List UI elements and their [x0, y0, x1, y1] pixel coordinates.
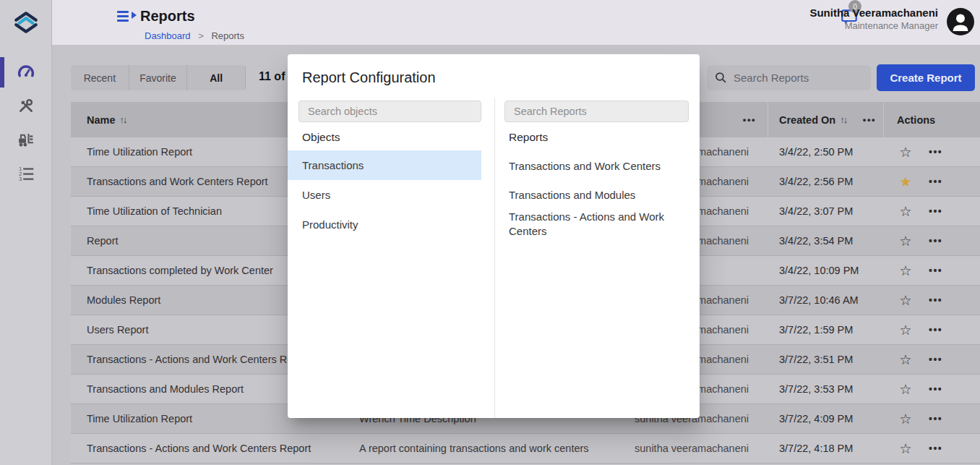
- reports-list: Transactions and Work Centers Transactio…: [509, 152, 682, 239]
- report-name[interactable]: Transactions - Actions and Work Centers …: [71, 443, 347, 454]
- row-actions: ☆ •••: [884, 234, 980, 248]
- favorite-star-icon[interactable]: ★: [897, 175, 914, 189]
- create-report-button[interactable]: Create Report: [877, 64, 975, 91]
- favorite-star-icon[interactable]: ☆: [897, 205, 914, 218]
- report-created-on: 3/7/22, 1:59 PM: [768, 324, 884, 336]
- row-menu-icon[interactable]: •••: [929, 205, 942, 217]
- report-created-by: sunitha veeramachaneni: [623, 443, 768, 454]
- sidebar-item-tools[interactable]: [0, 90, 52, 121]
- filter-tab[interactable]: All: [187, 65, 246, 90]
- filter-tab[interactable]: Recent: [71, 65, 129, 90]
- favorite-star-icon[interactable]: ☆: [897, 234, 914, 248]
- app-root: 1 2 3 Reports Dashboard > Reports 0: [0, 0, 980, 465]
- favorite-star-icon[interactable]: ☆: [897, 145, 914, 159]
- row-actions: ☆ •••: [884, 205, 980, 218]
- report-description: A report containing transactions and wor…: [347, 443, 623, 454]
- svg-text:2: 2: [19, 171, 22, 176]
- report-created-on: 3/4/22, 2:50 PM: [768, 146, 884, 158]
- row-actions: ★ •••: [884, 175, 980, 189]
- sort-icon[interactable]: ↑↓: [120, 114, 126, 125]
- report-list-item[interactable]: Transactions and Work Centers: [509, 152, 682, 181]
- breadcrumb: Dashboard > Reports: [145, 30, 244, 41]
- row-menu-icon[interactable]: •••: [929, 265, 942, 276]
- row-menu-icon[interactable]: •••: [929, 146, 942, 158]
- tools-icon: [17, 96, 35, 115]
- sidebar: 1 2 3: [0, 0, 52, 465]
- report-configuration-dialog: Report Configuration Objects Reports Tra…: [288, 54, 700, 418]
- row-menu-icon[interactable]: •••: [929, 324, 942, 336]
- row-actions: ☆ •••: [884, 264, 980, 278]
- svg-text:3: 3: [19, 176, 22, 182]
- sidebar-item-equipment[interactable]: [0, 124, 52, 154]
- sidebar-item-dashboard[interactable]: [0, 57, 52, 88]
- row-menu-icon[interactable]: •••: [929, 294, 942, 306]
- row-actions: ☆ •••: [884, 412, 980, 426]
- report-filter-tabs: Recent Favorite All: [71, 65, 246, 90]
- reports-search: [707, 65, 871, 90]
- report-created-on: 3/7/22, 3:51 PM: [768, 354, 884, 365]
- row-menu-icon[interactable]: •••: [929, 354, 942, 365]
- search-reports-modal-input[interactable]: [504, 101, 689, 122]
- dialog-title: Report Configuration: [302, 69, 436, 86]
- row-menu-icon[interactable]: •••: [929, 235, 942, 247]
- row-actions: ☆ •••: [884, 145, 980, 159]
- user-info: Sunitha Veeramachaneni Maintenance Manag…: [809, 6, 938, 33]
- favorite-star-icon[interactable]: ☆: [897, 412, 914, 426]
- row-menu-icon[interactable]: •••: [929, 383, 942, 395]
- dialog-column-divider: [494, 98, 495, 418]
- sidebar-item-numbered-list[interactable]: 1 2 3: [0, 158, 52, 189]
- favorite-star-icon[interactable]: ☆: [897, 353, 914, 367]
- column-menu-icon[interactable]: •••: [743, 114, 756, 125]
- row-actions: ☆ •••: [884, 294, 980, 307]
- user-role: Maintenance Manager: [809, 20, 938, 33]
- report-list-item[interactable]: Transactions - Actions and Work Centers: [509, 210, 682, 239]
- filter-tab[interactable]: Favorite: [129, 65, 188, 90]
- breadcrumb-current: Reports: [211, 30, 244, 41]
- numbered-list-icon: 1 2 3: [17, 164, 35, 183]
- favorite-star-icon[interactable]: ☆: [897, 294, 914, 307]
- search-icon: [714, 71, 728, 85]
- report-created-on: 3/4/22, 3:54 PM: [768, 235, 884, 247]
- expand-menu-icon[interactable]: [117, 9, 139, 25]
- page-title: Reports: [140, 8, 195, 25]
- user-name: Sunitha Veeramachaneni: [809, 6, 938, 20]
- objects-list: Transactions Users Productivity: [288, 150, 494, 239]
- top-header: Reports Dashboard > Reports 0 Sunitha Ve…: [52, 0, 980, 45]
- row-actions: ☆ •••: [884, 353, 980, 367]
- object-list-item[interactable]: Transactions: [288, 150, 481, 180]
- object-list-item[interactable]: Users: [288, 180, 481, 210]
- report-created-on: 3/7/22, 4:18 PM: [768, 443, 884, 454]
- reports-list-header: Reports: [509, 129, 548, 146]
- row-menu-icon[interactable]: •••: [929, 176, 942, 187]
- table-row: Transactions - Actions and Work Centers …: [71, 434, 980, 464]
- report-created-on: 3/4/22, 3:07 PM: [768, 205, 884, 217]
- column-menu-icon[interactable]: •••: [863, 114, 876, 125]
- dashboard-gauge-icon: [16, 62, 36, 82]
- column-header-actions: Actions: [884, 102, 980, 137]
- row-menu-icon[interactable]: •••: [929, 443, 942, 454]
- favorite-star-icon[interactable]: ☆: [897, 264, 914, 278]
- app-logo-icon[interactable]: [12, 9, 40, 36]
- breadcrumb-dashboard-link[interactable]: Dashboard: [145, 30, 191, 41]
- row-actions: ☆ •••: [884, 323, 980, 337]
- report-created-on: 3/7/22, 10:46 AM: [768, 294, 884, 306]
- avatar[interactable]: [947, 8, 974, 35]
- report-created-on: 3/7/22, 4:09 PM: [768, 413, 884, 425]
- report-created-on: 3/4/22, 10:09 PM: [768, 265, 884, 276]
- favorite-star-icon[interactable]: ☆: [897, 383, 914, 396]
- report-list-item[interactable]: Transactions and Modules: [509, 181, 682, 210]
- favorite-star-icon[interactable]: ☆: [897, 442, 914, 456]
- search-objects-input[interactable]: [298, 101, 481, 122]
- row-menu-icon[interactable]: •••: [929, 413, 942, 425]
- breadcrumb-separator: >: [198, 30, 204, 41]
- favorite-star-icon[interactable]: ☆: [897, 323, 914, 337]
- column-header-created-on[interactable]: Created On ↑↓ •••: [768, 102, 884, 137]
- sort-icon[interactable]: ↑↓: [840, 114, 846, 125]
- forklift-icon: [16, 129, 36, 149]
- results-count: 11 of: [259, 70, 285, 83]
- report-created-on: 3/4/22, 2:56 PM: [768, 176, 884, 187]
- objects-list-header: Objects: [302, 129, 340, 146]
- object-list-item[interactable]: Productivity: [288, 210, 481, 239]
- report-created-on: 3/7/22, 3:53 PM: [768, 383, 884, 395]
- search-reports-input[interactable]: [734, 72, 856, 84]
